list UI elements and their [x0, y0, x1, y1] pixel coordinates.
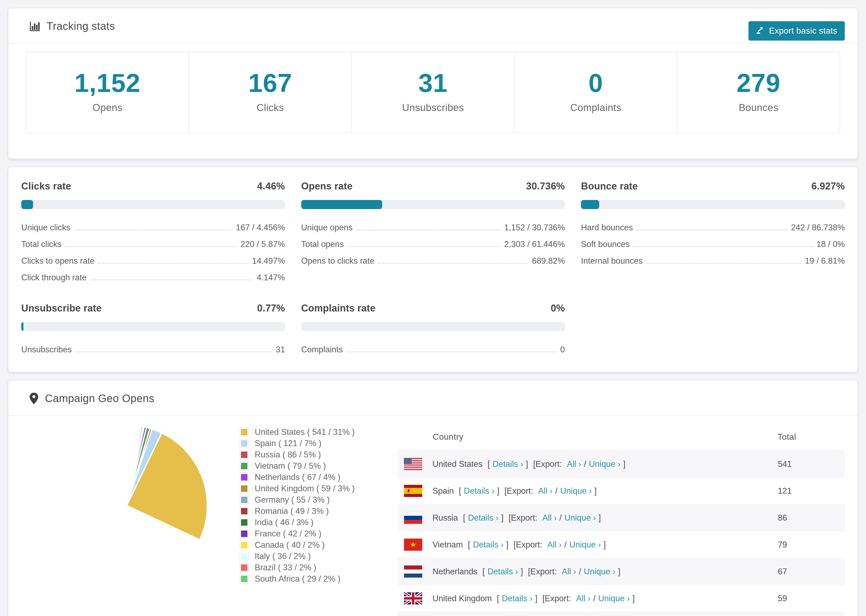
export-label: [Export: [540, 594, 573, 603]
export-unique-link[interactable]: Unique › [589, 459, 620, 469]
rate-bar-track [21, 322, 285, 331]
bracket-close: ] [535, 594, 538, 603]
details-link[interactable]: Details › [464, 486, 494, 496]
country-flag-icon [404, 512, 422, 524]
geo-content: United States ( 541 / 31% ) Spain ( 121 … [8, 416, 858, 616]
country-flag-icon [404, 458, 422, 470]
geo-table-row: Russia [Details ›] [Export: All ›/Unique… [398, 504, 845, 531]
country-total: 86 [778, 504, 845, 531]
bracket-close: ] [506, 540, 509, 549]
stat-label: Bounces [677, 102, 840, 113]
rate-panel-head: Bounce rate 6.927% [581, 181, 845, 192]
stat-label: Opens [26, 102, 189, 113]
legend-label: France ( 42 / 2% ) [255, 529, 321, 539]
details-link[interactable]: Details › [468, 513, 499, 522]
rates-grid: Clicks rate 4.46% Unique clicks 167 / 4.… [21, 181, 845, 358]
legend-label: Italy ( 36 / 2% ) [255, 552, 311, 561]
geo-table-row: United Kingdom [Details ›] [Export: All … [398, 585, 845, 612]
rate-row-value: 220 / 5.87% [241, 239, 285, 249]
country-total: 79 [778, 531, 845, 558]
rate-row-value: 0 [560, 345, 565, 355]
country-text: United States [Details ›] [Export: All ›… [433, 459, 628, 469]
export-unique-link[interactable]: Unique › [584, 567, 615, 576]
dotted-leader [356, 229, 501, 230]
rate-row: Unsubscribes 31 [21, 341, 285, 358]
rate-bar-track [301, 322, 565, 331]
rate-title: Bounce rate [581, 181, 638, 192]
rate-row-label: Unique opens [301, 223, 353, 233]
bracket-close2: ] [594, 486, 597, 496]
bracket-open: [ [488, 459, 490, 469]
export-unique-link[interactable]: Unique › [564, 513, 596, 522]
legend-item: Spain ( 121 / 7% ) [239, 438, 366, 449]
country-name: Netherlands [433, 567, 480, 576]
export-icon [756, 27, 765, 35]
export-all-link[interactable]: All › [576, 594, 590, 603]
legend-swatch [239, 529, 249, 538]
legend-label: Romania ( 49 / 3% ) [255, 506, 329, 516]
legend-label: India ( 46 / 3% ) [255, 518, 313, 527]
dotted-leader [647, 263, 801, 264]
export-all-link[interactable]: All › [562, 567, 576, 576]
export-label: [Export: [526, 567, 559, 576]
legend-swatch [239, 484, 249, 493]
dotted-leader [76, 352, 272, 352]
legend-swatch [239, 462, 249, 471]
geo-table-row: Netherlands [Details ›] [Export: All ›/U… [398, 558, 845, 585]
rate-rows: Complaints 0 [301, 341, 565, 358]
bracket-close2: ] [632, 594, 635, 603]
details-link[interactable]: Details › [487, 567, 518, 576]
legend-label: South Africa ( 29 / 2% ) [255, 574, 340, 584]
rate-bar-fill [301, 200, 382, 209]
country-cell: United States [Details ›] [Export: All ›… [398, 458, 777, 470]
export-unique-link[interactable]: Unique › [598, 594, 630, 603]
export-all-link[interactable]: All › [542, 513, 556, 522]
country-total: 121 [778, 478, 845, 504]
export-unique-link[interactable]: Unique › [569, 540, 601, 549]
details-link[interactable]: Details › [502, 594, 532, 603]
rate-value: 30.736% [526, 181, 565, 192]
rate-row-value: 4.147% [257, 273, 285, 283]
rate-row-label: Total clicks [21, 239, 61, 249]
country-flag-icon [404, 539, 422, 551]
export-basic-stats-button[interactable]: Export basic stats [748, 21, 845, 41]
export-unique-link[interactable]: Unique › [560, 486, 592, 496]
rate-row: Clicks to opens rate 14.497% [21, 253, 285, 269]
details-link[interactable]: Details › [493, 459, 523, 469]
export-all-link[interactable]: All › [538, 486, 553, 496]
page-title: Tracking stats [47, 20, 115, 32]
rate-title: Complaints rate [301, 303, 376, 314]
tracking-stats-card: Tracking stats Export basic stats 1,152 … [8, 8, 858, 159]
legend-item: India ( 46 / 3% ) [239, 517, 366, 528]
export-all-link[interactable]: All › [567, 459, 581, 469]
country-name: United Kingdom [433, 594, 494, 603]
rate-row-label: Total opens [301, 239, 344, 249]
rate-row: Total opens 2,303 / 61.446% [301, 236, 565, 253]
country-cell: Netherlands [Details ›] [Export: All ›/U… [398, 566, 777, 578]
rate-panel-head: Unsubscribe rate 0.77% [21, 303, 285, 314]
rate-value: 0% [551, 303, 565, 314]
legend-item: Russia ( 86 / 5% ) [239, 449, 366, 460]
stat-value: 1,152 [26, 68, 189, 98]
legend-item: Italy ( 36 / 2% ) [239, 551, 366, 562]
country-total: 59 [778, 585, 845, 612]
rate-rows: Unique opens 1,152 / 30.736% Total opens… [301, 219, 565, 269]
dotted-leader [378, 263, 528, 264]
legend-swatch [239, 427, 249, 437]
legend-swatch [239, 473, 249, 482]
dotted-leader [348, 246, 500, 247]
bracket-close: ] [526, 459, 528, 469]
legend-swatch [239, 574, 249, 583]
export-all-link[interactable]: All › [547, 540, 562, 549]
details-link[interactable]: Details › [473, 540, 504, 549]
legend-swatch [239, 563, 249, 572]
country-name: Vietnam [433, 540, 465, 549]
rates-card: Clicks rate 4.46% Unique clicks 167 / 4.… [8, 167, 858, 372]
rate-bar-fill [581, 200, 599, 209]
legend-item: Brazil ( 33 / 2% ) [239, 562, 366, 573]
slash: / [564, 540, 567, 549]
bracket-close2: ] [599, 513, 601, 522]
rate-row-label: Unique clicks [21, 223, 71, 233]
bracket-close: ] [501, 513, 504, 522]
rate-panel-head: Opens rate 30.736% [301, 181, 565, 192]
